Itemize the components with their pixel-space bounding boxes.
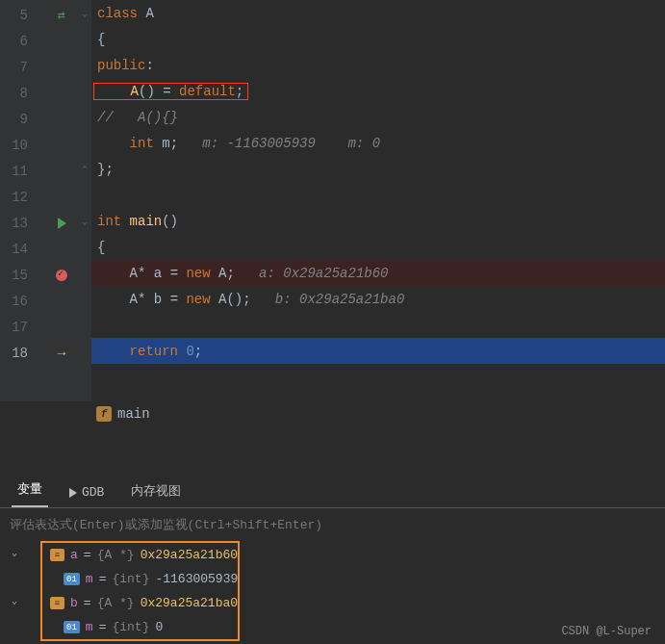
variable-value: 0 — [155, 620, 163, 634]
line-number: 5 — [0, 8, 32, 23]
variable-value: 0x29a25a21ba0 — [141, 596, 238, 610]
line-number: 16 — [0, 294, 32, 309]
expand-icon[interactable]: ⌄ — [8, 595, 21, 606]
tab-gdb[interactable]: GDB — [64, 479, 110, 507]
code-line[interactable]: return 0; — [91, 338, 665, 364]
evaluate-expression-input[interactable]: 评估表达式(Enter)或添加监视(Ctrl+Shift+Enter) — [0, 508, 665, 541]
watermark: CSDN @L-Super — [561, 625, 652, 638]
struct-icon: ≡ — [50, 597, 64, 609]
gutter-row[interactable]: 17 — [0, 314, 91, 340]
code-line[interactable]: ⌄int main() — [91, 208, 665, 234]
run-icon[interactable] — [58, 218, 66, 229]
gutter-row[interactable]: 5⇄ — [0, 2, 91, 28]
variable-name: a — [70, 548, 78, 562]
code-line[interactable]: A* b = new A(); b: 0x29a25a21ba0 — [91, 286, 665, 312]
gutter-row[interactable]: 13 — [0, 210, 91, 236]
variable-name: b — [70, 596, 78, 610]
code-line[interactable]: { — [91, 234, 665, 260]
struct-icon: ≡ — [50, 549, 64, 561]
gutter-row[interactable]: 7 — [0, 54, 91, 80]
line-number: 12 — [0, 190, 32, 205]
variable-type: {int} — [112, 572, 149, 586]
line-number: 7 — [0, 60, 32, 75]
variable-name: m — [86, 572, 93, 586]
code-line[interactable]: int m; m: -1163005939 m: 0 — [91, 130, 665, 156]
variables-highlight-box: ≡a = {A *} 0x29a25a21b6001m = {int} -116… — [40, 541, 240, 641]
fold-start-icon[interactable]: ⌄ — [82, 216, 88, 227]
variable-child-row[interactable]: 01m = {int} -1163005939 — [42, 567, 238, 591]
gutter-row[interactable]: 18→ — [0, 340, 91, 366]
line-number: 17 — [0, 320, 32, 335]
code-line[interactable] — [91, 312, 665, 338]
debug-tabs: 变量 GDB 内存视图 — [0, 477, 665, 508]
line-number: 9 — [0, 112, 32, 127]
line-number: 13 — [0, 216, 32, 231]
code-line[interactable]: ⌃}; — [91, 156, 665, 182]
gutter-row[interactable]: 12 — [0, 184, 91, 210]
breakpoint-icon[interactable] — [56, 270, 67, 281]
code-line[interactable] — [91, 182, 665, 208]
swap-icon[interactable]: ⇄ — [58, 8, 65, 23]
code-line[interactable]: // A(){} — [91, 104, 665, 130]
play-icon — [69, 488, 77, 498]
breadcrumb-fn: main — [117, 406, 150, 422]
variable-name: m — [86, 620, 93, 634]
variable-type: {int} — [112, 620, 149, 634]
variable-child-row[interactable]: 01m = {int} 0 — [42, 615, 238, 639]
execution-pointer-icon: → — [58, 346, 65, 361]
line-number: 10 — [0, 138, 32, 153]
gutter-row[interactable]: 6 — [0, 28, 91, 54]
variable-value: -1163005939 — [155, 572, 238, 586]
function-icon: f — [96, 406, 112, 422]
line-number: 8 — [0, 86, 32, 101]
line-number: 18 — [0, 346, 32, 361]
primitive-icon: 01 — [64, 573, 80, 585]
code-line[interactable]: { — [91, 26, 665, 52]
variable-type: {A *} — [97, 548, 135, 562]
highlighted-code-box: A() = default; — [93, 83, 248, 100]
variable-type: {A *} — [97, 596, 135, 610]
line-number: 11 — [0, 164, 32, 179]
fold-end-icon[interactable]: ⌃ — [82, 164, 88, 175]
gutter-row[interactable]: 16 — [0, 288, 91, 314]
tab-memory[interactable]: 内存视图 — [125, 477, 187, 507]
tab-variables[interactable]: 变量 — [12, 475, 48, 507]
variable-row[interactable]: ≡a = {A *} 0x29a25a21b60 — [42, 543, 238, 567]
line-number: 15 — [0, 268, 32, 283]
gutter-row[interactable]: 14 — [0, 236, 91, 262]
expand-icon[interactable]: ⌄ — [8, 547, 21, 558]
gutter-row[interactable]: 9 — [0, 106, 91, 132]
code-line[interactable]: A* a = new A; a: 0x29a25a21b60 — [91, 260, 665, 286]
code-line[interactable]: public: — [91, 52, 665, 78]
gutter-row[interactable]: 11 — [0, 158, 91, 184]
variable-row[interactable]: ≡b = {A *} 0x29a25a21ba0 — [42, 591, 238, 615]
code-line[interactable]: ⌄class A — [91, 0, 665, 26]
line-number: 14 — [0, 242, 32, 257]
primitive-icon: 01 — [64, 621, 80, 633]
breadcrumb[interactable]: f main — [0, 401, 665, 425]
gutter-row[interactable]: 10 — [0, 132, 91, 158]
code-line[interactable]: A() = default; — [91, 78, 665, 104]
fold-start-icon[interactable]: ⌄ — [82, 8, 88, 19]
gutter-row[interactable]: 15 — [0, 262, 91, 288]
gutter-row[interactable]: 8 — [0, 80, 91, 106]
line-number: 6 — [0, 34, 32, 49]
variable-value: 0x29a25a21b60 — [141, 548, 238, 562]
